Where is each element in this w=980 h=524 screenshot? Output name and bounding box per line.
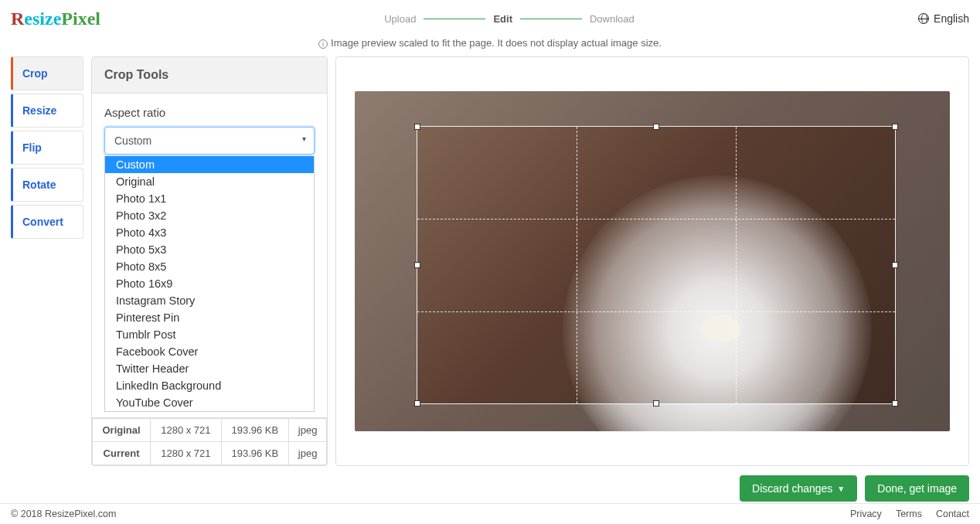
image-info-table: Original 1280 x 721 193.96 KB jpeg Curre… [92,417,327,465]
dropdown-option[interactable]: Photo 4x3 [105,224,314,241]
language-selector[interactable]: English [918,12,969,25]
progress-steps: Upload Edit Download [384,13,635,25]
step-line [424,19,485,19]
aspect-ratio-label: Aspect ratio [104,106,315,119]
sidebar-item-flip[interactable]: Flip [11,131,83,165]
discard-button[interactable]: Discard changes▼ [740,475,857,502]
aspect-ratio-dropdown: Custom Original Photo 1x1 Photo 3x2 Phot… [104,156,315,412]
caret-down-icon: ▼ [837,485,845,493]
aspect-ratio-select[interactable]: Custom [104,127,315,155]
image-canvas[interactable] [355,91,950,431]
step-line [520,19,582,19]
sidebar-item-crop[interactable]: Crop [11,56,83,90]
dropdown-option[interactable]: YouTube Cover [105,394,314,411]
crop-handle[interactable] [892,262,898,268]
step-download: Download [590,13,635,25]
copyright: © 2018 ResizePixel.com [11,509,116,519]
tools-panel: Crop Tools Aspect ratio Custom Custom Or… [91,56,328,466]
globe-icon [918,13,929,24]
main: Crop Resize Flip Rotate Convert Crop Too… [0,56,980,466]
header: ResizePixel Upload Edit Download English [0,0,980,34]
sidebar-item-resize[interactable]: Resize [11,94,83,128]
dropdown-option[interactable]: Photo 3x2 [105,207,314,224]
sidebar: Crop Resize Flip Rotate Convert [11,56,83,466]
crop-handle[interactable] [892,400,898,407]
sidebar-item-convert[interactable]: Convert [11,205,83,239]
dropdown-option[interactable]: Custom [105,156,314,173]
logo[interactable]: ResizePixel [11,9,100,29]
dropdown-option[interactable]: Photo 8x5 [105,258,314,275]
crop-handle[interactable] [653,124,659,130]
table-row: Current 1280 x 721 193.96 KB jpeg [93,442,327,465]
crop-box[interactable] [417,126,896,404]
info-icon: i [318,39,328,49]
footer-link-contact[interactable]: Contact [936,509,969,519]
step-upload: Upload [384,13,416,25]
dropdown-option[interactable]: Photo 1x1 [105,190,314,207]
dropdown-option[interactable]: Facebook Cover [105,343,314,360]
dropdown-option[interactable]: Pinterest Pin [105,309,314,326]
image-preview [335,56,969,466]
sidebar-item-rotate[interactable]: Rotate [11,168,83,202]
crop-handle[interactable] [414,124,420,130]
crop-handle[interactable] [892,124,898,130]
panel-title: Crop Tools [92,57,327,94]
preview-note: iImage preview scaled to fit the page. I… [0,34,980,56]
dropdown-option[interactable]: Photo 16x9 [105,275,314,292]
crop-handle[interactable] [414,262,420,268]
dropdown-option[interactable]: Original [105,173,314,190]
dropdown-option[interactable]: Instagram Story [105,292,314,309]
dropdown-option[interactable]: Twitter Header [105,360,314,377]
footer: © 2018 ResizePixel.com Privacy Terms Con… [0,503,980,524]
dropdown-option[interactable]: Tumblr Post [105,326,314,343]
language-label: English [934,12,969,25]
footer-link-terms[interactable]: Terms [896,509,922,519]
crop-handle[interactable] [414,400,420,407]
dropdown-option[interactable]: LinkedIn Background [105,377,314,394]
step-edit: Edit [493,13,512,25]
dropdown-option[interactable]: Photo 5x3 [105,241,314,258]
table-row: Original 1280 x 721 193.96 KB jpeg [93,419,327,442]
crop-handle[interactable] [653,400,659,407]
done-button[interactable]: Done, get image [865,475,969,502]
footer-link-privacy[interactable]: Privacy [850,509,882,519]
